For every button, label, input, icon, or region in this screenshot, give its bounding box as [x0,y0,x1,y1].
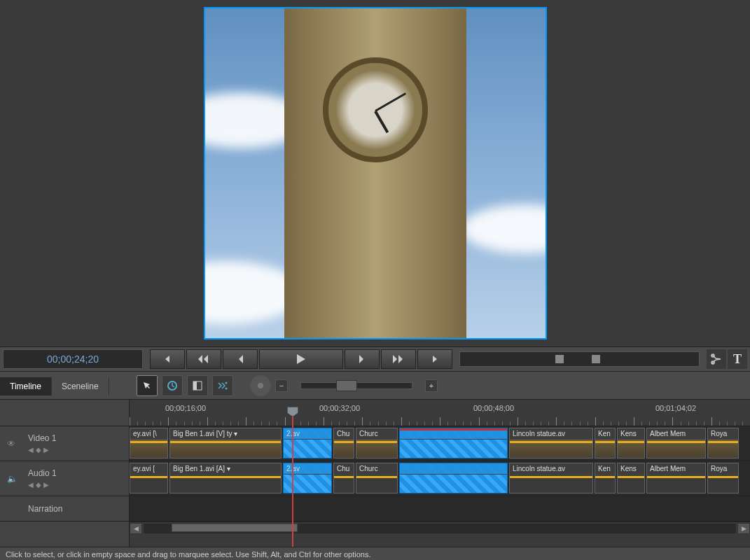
track-header-audio1[interactable]: 🔈 Audio 1 ◀ ◆ ▶ [0,461,129,496]
fast-forward-button[interactable] [381,349,416,369]
clip[interactable]: Big Ben 1.avi [V] ty ▾ [169,428,282,458]
timeline-panel: 👁 Video 1 ◀ ◆ ▶ 🔈 Audio 1 ◀ ◆ ▶ Narratio… [0,400,750,547]
clip-label: Roya [708,428,738,440]
narration-track[interactable] [130,496,750,522]
clip-label: ey.avi [ [130,463,167,475]
clip[interactable]: Kens [617,428,645,458]
time-stretch-button[interactable] [162,375,183,396]
shuttle-control[interactable] [459,351,700,367]
clip-label: Roya [708,463,738,475]
split-clip-button[interactable] [707,349,726,369]
status-bar: Click to select, or click in empty space… [0,547,750,560]
ruler-label: 00;01;04;02 [655,404,696,412]
clip-label: Chu [334,428,354,440]
horizontal-scrollbar[interactable]: ◀ ▶ [130,522,750,534]
clip[interactable]: 2.av [283,463,332,493]
transport-bar: 00;00;24;20 T [0,346,750,372]
track-header-narration[interactable]: Narration [0,496,129,522]
clip-label: Churc [356,428,397,440]
current-time-display[interactable]: 00;00;24;20 [3,349,143,369]
clip[interactable]: Chu [333,463,354,493]
timeline-content[interactable]: 00;00;16;00 00;00;32;00 00;00;48;00 00;0… [130,400,750,547]
clip-label: Chu [334,463,354,475]
preview-monitor[interactable] [204,7,547,340]
clip[interactable]: Kens [617,463,645,493]
clip-label: 2.av [284,428,331,440]
playhead[interactable] [292,416,293,547]
clip-label: Churc [356,463,397,475]
clip[interactable]: Roya [707,428,739,458]
selection-tool-button[interactable] [137,375,158,396]
tab-sceneline[interactable]: Sceneline [52,377,109,396]
clip[interactable]: ey.avi [ [130,463,168,493]
clip[interactable] [399,428,508,458]
ruler-label: 00;00;48;00 [473,404,514,412]
scroll-left-button[interactable]: ◀ [130,523,142,534]
eye-icon[interactable]: 👁 [7,439,15,449]
set-out-point-button[interactable] [417,349,452,369]
clip[interactable]: Ken [595,463,616,493]
clip[interactable]: Lincoln statue.av [509,463,593,493]
track-label: Narration [28,504,129,514]
clip-label: Big Ben 1.avi [A] ▾ [170,463,281,475]
clip-label: Ken [595,428,615,440]
clip[interactable]: Churc [356,428,398,458]
set-in-point-button[interactable] [150,349,185,369]
clip-label: Albert Mem [647,463,705,475]
ruler-label: 00;00;16;00 [165,404,206,412]
clip[interactable]: Big Ben 1.avi [A] ▾ [169,463,282,493]
add-text-button[interactable]: T [728,349,747,369]
clip[interactable]: 2.av [283,428,332,458]
track-headers: 👁 Video 1 ◀ ◆ ▶ 🔈 Audio 1 ◀ ◆ ▶ Narratio… [0,400,130,547]
svg-rect-2 [193,382,197,390]
timeline-toolbar: Timeline Sceneline − + [0,372,750,400]
step-back-button[interactable] [223,349,258,369]
audio-track-1[interactable]: ey.avi [Big Ben 1.avi [A] ▾2.avChuChurcL… [130,461,750,496]
svg-point-5 [258,383,263,388]
svg-point-3 [225,382,228,384]
speaker-icon[interactable]: 🔈 [7,474,18,484]
status-text: Click to select, or click in empty space… [6,550,371,559]
zoom-slider[interactable] [300,382,412,389]
time-ruler[interactable]: 00;00;16;00 00;00;32;00 00;00;48;00 00;0… [130,400,750,426]
clip-label: Albert Mem [647,428,705,440]
clip-label: Big Ben 1.avi [V] ty ▾ [170,428,281,440]
keyframe-nav[interactable]: ◀ ◆ ▶ [28,481,129,489]
clip[interactable]: ey.avi [\ [130,428,168,458]
play-button[interactable] [259,349,343,369]
rewind-button[interactable] [186,349,221,369]
marker-button[interactable] [250,375,271,396]
clip[interactable]: Chu [333,428,354,458]
clip-label: Kens [618,428,644,440]
clip-label: Kens [618,463,644,475]
clip[interactable]: Churc [356,463,398,493]
clip[interactable]: Lincoln statue.av [509,428,593,458]
clip-label: 2.av [284,463,331,475]
preview-area [0,0,750,346]
track-label: Video 1 [28,433,129,443]
zoom-out-button[interactable]: − [275,379,288,392]
clip-label: Lincoln statue.av [510,428,592,440]
smart-trim-button[interactable] [212,375,233,396]
track-header-video1[interactable]: 👁 Video 1 ◀ ◆ ▶ [0,426,129,461]
clip[interactable]: Albert Mem [646,463,706,493]
clip[interactable]: Ken [595,428,616,458]
clip-label: Ken [595,463,615,475]
clip-label [400,463,507,475]
clip[interactable] [399,463,508,493]
scroll-right-button[interactable]: ▶ [737,523,750,534]
ruler-label: 00;00;32;00 [319,404,360,412]
step-forward-button[interactable] [345,349,380,369]
keyframe-nav[interactable]: ◀ ◆ ▶ [28,446,129,454]
properties-button[interactable] [187,375,208,396]
clip-label: ey.avi [\ [130,428,167,440]
zoom-in-button[interactable]: + [425,379,438,392]
track-label: Audio 1 [28,468,129,478]
tab-timeline[interactable]: Timeline [0,377,52,396]
clip-label: Lincoln statue.av [510,463,592,475]
clip[interactable]: Roya [707,463,739,493]
video-track-1[interactable]: ey.avi [\Big Ben 1.avi [V] ty ▾2.avChuCh… [130,426,750,461]
clip[interactable]: Albert Mem [646,428,706,458]
svg-point-4 [225,387,228,389]
